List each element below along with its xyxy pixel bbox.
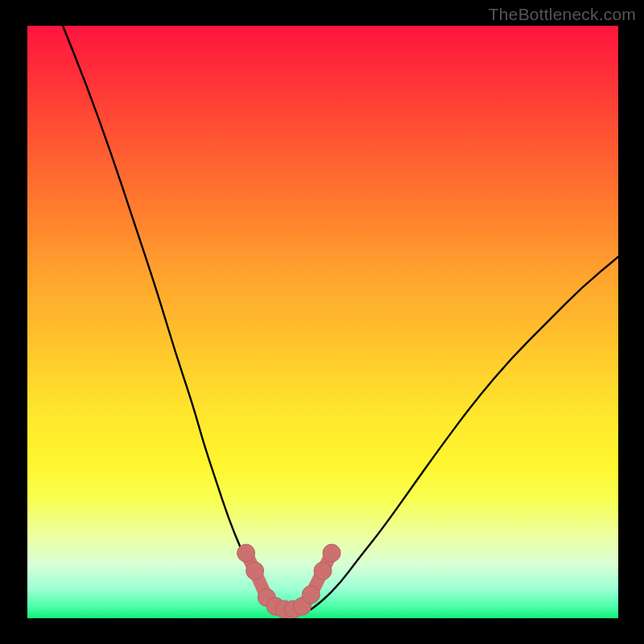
watermark-text: TheBottleneck.com <box>489 5 636 24</box>
trough-marker-dot <box>246 562 264 580</box>
left-curve <box>63 26 275 609</box>
right-curve <box>311 257 618 609</box>
trough-marker-dot <box>302 586 320 604</box>
trough-marker-dot <box>314 562 332 580</box>
chart-frame: TheBottleneck.com <box>0 0 644 644</box>
trough-marker-dot <box>323 544 341 562</box>
curve-layer <box>27 26 618 618</box>
trough-marker-dot <box>237 544 255 562</box>
plot-area <box>27 26 618 618</box>
trough-marker-group <box>237 544 341 618</box>
